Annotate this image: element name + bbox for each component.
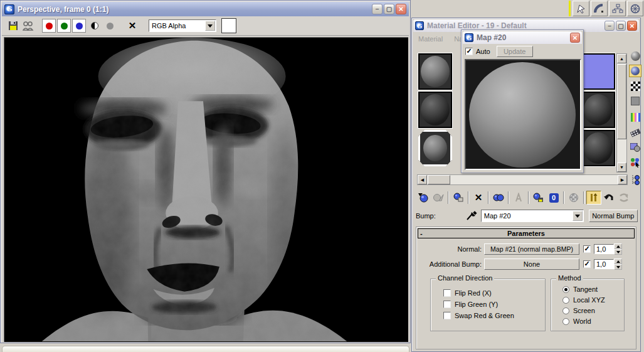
channel-display-select[interactable]: RGB Alpha xyxy=(149,19,216,32)
select-object-button[interactable] xyxy=(573,1,589,16)
close-button[interactable]: ✕ xyxy=(396,4,406,14)
make-material-copy-button[interactable] xyxy=(491,191,506,205)
tangent-radio[interactable] xyxy=(562,286,569,293)
background-button[interactable] xyxy=(629,80,641,92)
maximize-button[interactable]: ▢ xyxy=(384,4,394,14)
sample-sphere xyxy=(421,56,450,87)
monochrome-button[interactable] xyxy=(87,19,102,33)
world-label: World xyxy=(573,317,591,325)
dropdown-arrow-icon[interactable] xyxy=(205,21,215,31)
scrollbar-thumb[interactable] xyxy=(617,64,626,139)
rendered-frame-titlebar[interactable]: G Perspective, frame 0 (1:1) – ▢ ✕ xyxy=(2,2,409,16)
dropdown-arrow-icon[interactable] xyxy=(573,211,583,221)
put-to-library-button[interactable] xyxy=(531,191,546,205)
options-button[interactable] xyxy=(629,141,641,154)
get-material-button[interactable] xyxy=(416,191,431,205)
show-map-in-viewport-button[interactable] xyxy=(566,191,581,205)
alpha-channel-button[interactable] xyxy=(102,19,117,33)
maximize-button[interactable]: ▢ xyxy=(616,21,626,31)
wheel-tool-button[interactable] xyxy=(627,1,643,16)
world-radio[interactable] xyxy=(562,318,569,325)
auto-checkbox[interactable] xyxy=(465,48,473,55)
assign-material-button[interactable] xyxy=(451,191,466,205)
minimize-button[interactable]: – xyxy=(604,21,615,31)
additional-bump-amount-spinner[interactable] xyxy=(614,259,622,270)
map-window-title: Map #20 xyxy=(477,33,569,42)
go-forward-sibling-icon xyxy=(619,193,629,202)
scrollbar-thumb[interactable] xyxy=(428,175,450,184)
normal-amount-spinner[interactable] xyxy=(614,243,622,255)
map-type-button[interactable]: Normal Bump xyxy=(589,210,638,222)
schematic-view-button[interactable] xyxy=(609,1,626,16)
method-world-row: World xyxy=(562,317,591,325)
screen-radio[interactable] xyxy=(562,307,569,314)
pick-material-button[interactable] xyxy=(466,211,477,221)
flip-red-checkbox[interactable] xyxy=(443,289,451,297)
spinner-down-icon[interactable] xyxy=(614,264,622,270)
material-slot-5[interactable] xyxy=(581,92,615,128)
spinner-up-icon[interactable] xyxy=(614,243,622,249)
method-title: Method xyxy=(556,274,583,282)
material-slot-3-active[interactable] xyxy=(418,130,452,166)
flip-green-checkbox[interactable] xyxy=(443,301,451,308)
clear-button[interactable]: ✕ xyxy=(125,19,140,33)
max-logo-icon: G xyxy=(4,4,14,14)
normal-enable-checkbox[interactable] xyxy=(583,245,591,253)
scroll-right-icon[interactable]: ▶ xyxy=(618,175,627,184)
save-image-button[interactable] xyxy=(6,19,21,33)
clone-window-button[interactable] xyxy=(21,19,36,33)
minimize-button[interactable]: – xyxy=(372,4,383,14)
slots-horizontal-scrollbar[interactable]: ◀ ▶ xyxy=(417,174,628,185)
normal-map-button[interactable]: Map #21 (normal map.BMP) xyxy=(484,243,579,255)
sample-type-button[interactable] xyxy=(629,50,641,62)
close-button[interactable]: ✕ xyxy=(570,33,580,43)
select-by-material-button[interactable] xyxy=(629,156,641,169)
show-map-icon xyxy=(569,193,578,202)
make-unique-button[interactable] xyxy=(511,191,526,205)
material-id-icon: 0 xyxy=(549,193,559,203)
save-icon xyxy=(8,21,18,31)
scroll-up-icon[interactable]: ▲ xyxy=(617,54,626,63)
put-material-to-scene-button[interactable] xyxy=(431,191,446,205)
additional-bump-enable-checkbox[interactable] xyxy=(583,260,591,268)
material-slot-normalmap[interactable] xyxy=(581,53,615,90)
additional-bump-amount-field[interactable]: 1,0 xyxy=(594,259,614,269)
backlight-icon xyxy=(631,67,640,75)
material-id-channel-button[interactable]: 0 xyxy=(546,191,561,205)
go-forward-sibling-button[interactable] xyxy=(616,191,631,205)
red-channel-button[interactable] xyxy=(42,19,56,33)
material-map-navigator-button[interactable] xyxy=(629,173,641,186)
spinner-down-icon[interactable] xyxy=(614,249,622,255)
background-color-swatch[interactable] xyxy=(221,18,236,33)
make-preview-button[interactable] xyxy=(629,126,641,139)
sample-uv-tiling-button[interactable] xyxy=(629,95,641,107)
normal-amount-field[interactable]: 1,0 xyxy=(594,244,614,254)
reset-map-button[interactable]: ✕ xyxy=(471,191,486,205)
collapse-icon[interactable]: - xyxy=(420,230,423,237)
blue-channel-button[interactable] xyxy=(72,19,86,33)
spinner-up-icon[interactable] xyxy=(614,259,622,264)
additional-bump-label: Additional Bump: xyxy=(419,260,484,268)
video-color-check-button[interactable] xyxy=(629,111,641,124)
backlight-button[interactable] xyxy=(629,65,641,77)
show-end-result-button[interactable] xyxy=(586,191,601,205)
close-button[interactable]: ✕ xyxy=(627,21,637,31)
material-slot-2[interactable] xyxy=(418,92,452,128)
additional-bump-button[interactable]: None xyxy=(484,259,579,270)
local-xyz-radio[interactable] xyxy=(562,297,569,304)
menu-material[interactable]: Material xyxy=(418,35,443,43)
scroll-down-icon[interactable]: ▼ xyxy=(617,163,626,172)
slots-vertical-scrollbar[interactable]: ▲ ▼ xyxy=(616,53,627,173)
material-slot-1[interactable] xyxy=(418,53,452,90)
green-channel-button[interactable] xyxy=(57,19,71,33)
go-to-parent-button[interactable] xyxy=(601,191,616,205)
update-button[interactable]: Update xyxy=(497,46,533,57)
parameters-rollout-header[interactable]: - Parameters xyxy=(418,228,635,238)
map-window-titlebar[interactable]: G Map #20 ✕ xyxy=(463,31,582,44)
material-slot-6[interactable] xyxy=(581,130,615,166)
arc-tool-button[interactable] xyxy=(591,1,608,16)
scroll-left-icon[interactable]: ◀ xyxy=(418,175,427,184)
bump-map-select[interactable]: Map #20 xyxy=(481,210,584,222)
render-viewport[interactable] xyxy=(4,37,408,342)
swap-red-green-checkbox[interactable] xyxy=(443,312,451,319)
